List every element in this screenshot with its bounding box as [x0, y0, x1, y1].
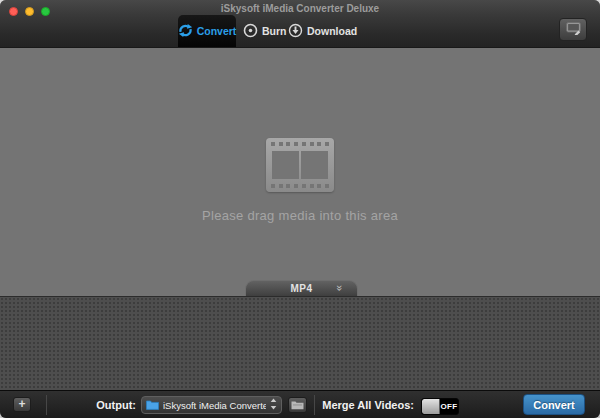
bottom-bar: + Output: iSkysoft iMedia Converter Delu…	[0, 390, 600, 418]
tab-download[interactable]: Download	[288, 15, 357, 47]
add-file-button[interactable]: +	[13, 397, 31, 412]
app-window: iSkysoft iMedia Converter Deluxe Convert	[0, 0, 600, 418]
selected-format-label: MP4	[290, 283, 312, 294]
open-output-folder-icon	[291, 396, 304, 414]
convert-button[interactable]: Convert	[523, 394, 585, 415]
output-folder-value: iSkysoft iMedia Converter Deluxe	[163, 400, 266, 411]
dropdown-arrows-icon	[270, 396, 277, 414]
selected-format-tab[interactable]: MP4 »	[245, 280, 358, 296]
tab-convert-label: Convert	[197, 25, 237, 37]
tab-download-label: Download	[307, 25, 357, 37]
media-browser-button[interactable]	[559, 18, 587, 41]
filmstrip-frames	[271, 151, 329, 179]
output-folder-dropdown[interactable]: iSkysoft iMedia Converter Deluxe	[141, 396, 282, 414]
separator	[46, 395, 47, 415]
folder-icon	[146, 396, 159, 414]
open-output-folder-button[interactable]	[288, 397, 307, 413]
collapse-chevron-icon: »	[333, 285, 347, 291]
title-bar: iSkysoft iMedia Converter Deluxe Convert	[0, 0, 600, 48]
toggle-knob	[422, 399, 440, 414]
tab-burn[interactable]: Burn	[243, 15, 287, 47]
convert-sync-icon	[178, 23, 193, 40]
media-browser-icon	[566, 21, 581, 39]
merge-toggle[interactable]: OFF	[421, 398, 459, 415]
merge-all-videos-label: Merge All Videos:	[318, 399, 414, 411]
drop-hint-text: Please drag media into this area	[0, 208, 600, 223]
filmstrip-holes-top	[271, 142, 329, 146]
window-title: iSkysoft iMedia Converter Deluxe	[0, 3, 600, 14]
tab-burn-label: Burn	[262, 25, 287, 37]
toggle-state-label: OFF	[440, 399, 458, 414]
disc-icon	[243, 23, 258, 40]
format-panel: ‹ › MP4	[0, 296, 600, 391]
filmstrip-icon	[266, 138, 334, 192]
tab-convert[interactable]: Convert	[178, 15, 236, 47]
separator	[314, 395, 315, 415]
filmstrip-holes-bottom	[271, 184, 329, 188]
output-label: Output:	[96, 399, 136, 411]
drop-area[interactable]: Please drag media into this area	[0, 48, 600, 296]
download-circle-icon	[288, 23, 303, 40]
